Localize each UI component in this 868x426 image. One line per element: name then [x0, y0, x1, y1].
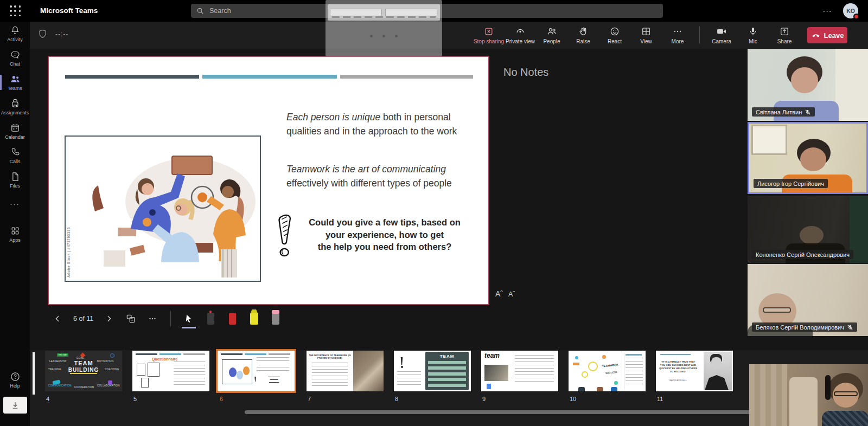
video-tile-participant-3[interactable]: Кононенко Сергій Олександрович: [748, 196, 868, 263]
doodle: [611, 387, 617, 391]
sidebar-item-apps[interactable]: Apps: [0, 222, 30, 246]
doodle: [400, 357, 403, 365]
eraser-tool-button[interactable]: [267, 311, 284, 327]
chat-icon: [10, 49, 21, 60]
thumb-text-lines: [626, 358, 643, 387]
thumbnail-number: 6: [220, 396, 223, 402]
video-tile-participant-1[interactable]: Світлана Литвин: [748, 49, 868, 121]
thumbnail-slide-6-current[interactable]: ▬▬▬▬▬▬▬▬▬▬▬▬▬▬▬: [218, 351, 295, 391]
slide-sorter-button[interactable]: [123, 311, 139, 327]
controls-more-button[interactable]: [144, 311, 161, 327]
sidebar-item-more[interactable]: ···: [0, 192, 30, 216]
view-button[interactable]: View: [632, 22, 660, 48]
hang-up-icon: [811, 30, 821, 40]
question-line: the help you need from others?: [303, 241, 467, 253]
sidebar-item-chat[interactable]: Chat: [0, 46, 30, 70]
thumb-word: SUCCESS: [605, 371, 617, 375]
partial-previous-thumbnail[interactable]: [33, 352, 35, 395]
avatar[interactable]: KO: [843, 3, 858, 18]
sidebar-label: Chat: [10, 61, 20, 67]
participant-face: [800, 226, 824, 244]
doodle-sign: THIS WAY: [57, 353, 68, 357]
thumb-word: COOPERATION: [74, 386, 94, 389]
question-line: your experience, how to get: [303, 229, 467, 241]
thumbnail-slide-9[interactable]: team: [481, 351, 558, 391]
participant-name-pill: Світлана Литвин: [752, 107, 815, 117]
app-rail: Activity Chat Teams Assignments: [0, 22, 30, 426]
curtain: [749, 364, 787, 426]
thumb-question-lines: ▬▬▬▬▬▬▬▬▬▬▬▬▬▬▬: [259, 376, 289, 384]
sidebar-item-calls[interactable]: Calls: [0, 144, 30, 167]
participant-face: [791, 67, 818, 93]
thumbnail-slide-10[interactable]: TEAMWORK SUCCESS: [569, 351, 646, 391]
meeting-toolbar: --:-- Stop sharing Private view P: [30, 22, 868, 49]
download-icon: [10, 401, 20, 410]
thumbnail-slide-5[interactable]: Questionnaire: [132, 351, 209, 391]
sidebar-label: Activity: [7, 37, 23, 42]
window: [751, 125, 787, 155]
sidebar-label: Apps: [9, 237, 21, 243]
thumb-list-panel: [624, 353, 644, 389]
doodle: [229, 367, 237, 377]
leave-button[interactable]: Leave: [807, 27, 847, 43]
more-actions-button[interactable]: More: [663, 22, 692, 48]
stop-sharing-button[interactable]: Stop sharing: [475, 22, 503, 48]
sidebar-item-activity[interactable]: Activity: [0, 22, 30, 46]
previous-slide-button[interactable]: [49, 311, 66, 327]
calendar-icon: [10, 122, 21, 133]
waffle-menu-icon[interactable]: [10, 5, 21, 17]
participant-name-pill: Беляков Сергій Володимирович: [752, 322, 857, 332]
mic-icon: [748, 26, 758, 37]
thumbnail-number: 4: [46, 396, 49, 402]
thumbnail-slide-11[interactable]: "IT IS LITERALLY TRUE THAT YOU CAN SUCCE…: [656, 351, 733, 391]
pen-tool-button[interactable]: [224, 311, 240, 327]
sidebar-item-files[interactable]: Files: [0, 168, 30, 192]
mic-button[interactable]: Mic: [739, 22, 767, 48]
thumbnail-slide-8[interactable]: TEAM: [394, 351, 471, 391]
eraser-icon: [272, 313, 279, 325]
sidebar-item-teams[interactable]: Teams: [0, 70, 30, 94]
meeting-timer: --:--: [55, 30, 68, 38]
people-icon: [546, 26, 557, 37]
window-more-button[interactable]: ···: [820, 4, 834, 17]
video-tile-participant-2[interactable]: Лисогор Ігор Сергійович: [748, 122, 868, 194]
private-view-button[interactable]: Private view: [506, 22, 534, 48]
share-preview-window: [328, 4, 440, 21]
people-button[interactable]: People: [538, 22, 566, 48]
video-tile-participant-4[interactable]: Беляков Сергій Володимирович: [748, 264, 868, 336]
laser-pointer-tool-button[interactable]: [202, 311, 219, 327]
slide-accent-bar: [65, 75, 199, 79]
share-button[interactable]: Share: [770, 22, 799, 48]
sidebar-item-calendar[interactable]: Calendar: [0, 119, 30, 143]
font-increase-button[interactable]: Aˆ: [495, 289, 503, 298]
doodle: [243, 366, 250, 375]
thumbnail-slide-4[interactable]: THIS WAY TEAM BUILDING LEADERSHIP GOAL M…: [45, 351, 122, 391]
thumb-text-lines: [257, 357, 289, 364]
react-button[interactable]: React: [601, 22, 629, 48]
slide-text: effectively with different types of peop…: [286, 178, 452, 189]
thumb-list-rows: [428, 361, 466, 388]
camera-icon: [716, 26, 727, 37]
share-preview-icons: [326, 35, 442, 37]
sidebar-item-assignments[interactable]: Assignments: [0, 95, 30, 119]
search-icon: [196, 7, 204, 15]
stop-sharing-icon: [483, 26, 494, 37]
next-slide-button[interactable]: [101, 311, 117, 327]
cursor-tool-button[interactable]: [181, 311, 197, 327]
thumbnail-slide-7[interactable]: THE IMPORTANCE OF TEAMWORK (IS PROVEN BY…: [307, 351, 384, 391]
file-icon: [10, 171, 21, 182]
slide-paragraph-1: Each person is unique both in personal q…: [286, 110, 469, 139]
share-preview-card: [330, 9, 382, 16]
camera-button[interactable]: Camera: [707, 22, 736, 48]
stock-watermark: Adobe Stock | #473703335: [67, 227, 71, 277]
sidebar-item-help[interactable]: Help: [0, 371, 30, 389]
highlighter-tool-button[interactable]: [246, 311, 262, 327]
download-desktop-app-button[interactable]: [3, 397, 27, 414]
slide-text-italic: Teamwork is the art of communicating: [286, 164, 446, 175]
video-tile-participant-5[interactable]: [749, 364, 868, 426]
thumbnail-number: 5: [133, 396, 137, 402]
thumb-photo: [704, 352, 732, 390]
share-tray-icon: [779, 26, 790, 37]
font-decrease-button[interactable]: Aˇ: [508, 291, 515, 298]
raise-hand-button[interactable]: Raise: [569, 22, 597, 48]
